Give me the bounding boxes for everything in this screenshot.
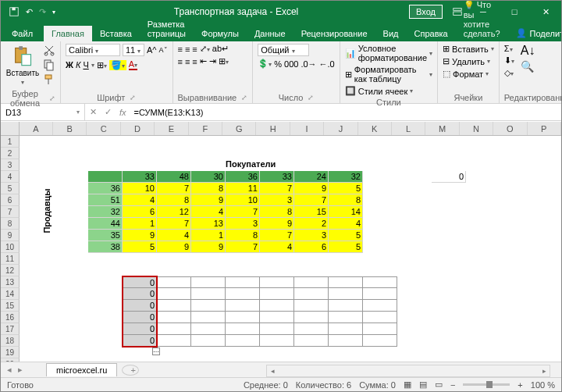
cell[interactable]: 5 [329, 183, 363, 194]
cell[interactable]: 24 [294, 171, 329, 183]
cell[interactable] [191, 323, 226, 335]
cell[interactable]: 32 [88, 206, 123, 218]
wrap-text-button[interactable]: ab↵ [212, 44, 229, 54]
cell-styles-button[interactable]: 🔲Стили ячеек▾ [345, 86, 432, 96]
zoom-out-button[interactable]: − [450, 380, 455, 390]
cell[interactable]: 4 [123, 194, 157, 206]
cell[interactable]: 7 [226, 206, 260, 218]
col-header[interactable]: K [358, 122, 392, 135]
cell[interactable]: 12 [157, 206, 191, 218]
view-layout-icon[interactable]: ▤ [419, 380, 427, 390]
row-header[interactable]: 9 [1, 230, 20, 241]
cell[interactable]: 4 [329, 218, 363, 230]
cell[interactable]: 7 [157, 183, 191, 194]
underline-button[interactable]: Ч [83, 60, 88, 69]
tab-insert[interactable]: Вставка [92, 26, 140, 41]
cell[interactable] [329, 276, 363, 288]
dialog-launcher-icon[interactable]: ⤢ [241, 94, 247, 102]
col-header[interactable]: C [87, 122, 120, 135]
cell[interactable]: 35 [88, 230, 123, 241]
formula-input[interactable]: =СУММ(E13:K13) [134, 108, 204, 117]
cell[interactable] [260, 323, 294, 335]
cell[interactable] [226, 276, 260, 288]
cell[interactable]: 6 [294, 241, 329, 253]
col-header[interactable]: B [53, 122, 87, 135]
cell[interactable]: 7 [157, 218, 191, 230]
cell[interactable]: 10 [226, 194, 260, 206]
tab-file[interactable]: Файл [1, 26, 44, 41]
cell[interactable]: 9 [157, 241, 191, 253]
col-header[interactable]: N [460, 122, 493, 135]
cell[interactable]: 2 [294, 218, 329, 230]
cell[interactable]: 48 [157, 171, 191, 183]
cell[interactable] [260, 300, 294, 312]
tell-me[interactable]: 💡 Что вы хотите сделать? [456, 0, 508, 41]
row-header[interactable]: 5 [1, 183, 20, 194]
font-size-selector[interactable]: 11 ▾ [123, 44, 144, 56]
row-header[interactable]: 6 [1, 194, 20, 206]
bold-button[interactable]: Ж [66, 60, 73, 69]
cell[interactable] [260, 276, 294, 288]
tab-data[interactable]: Данные [247, 26, 293, 41]
cell[interactable]: 5 [329, 230, 363, 241]
cell[interactable]: 9 [260, 218, 294, 230]
format-cells-button[interactable]: ⬚Формат▾ [443, 69, 494, 79]
cell[interactable]: 8 [329, 194, 363, 206]
cell[interactable]: 38 [88, 241, 123, 253]
select-all-corner[interactable] [1, 122, 20, 135]
cell[interactable] [363, 276, 397, 288]
row-header[interactable]: 11 [1, 253, 20, 265]
tab-formulas[interactable]: Формулы [194, 26, 247, 41]
row-header[interactable]: 12 [1, 265, 20, 276]
col-header[interactable]: H [256, 122, 290, 135]
redo-icon[interactable]: ↷ [39, 7, 46, 17]
sheet-tab[interactable]: microexcel.ru [46, 363, 117, 376]
col-header[interactable]: G [222, 122, 256, 135]
cell[interactable]: 7 [260, 183, 294, 194]
cell[interactable] [157, 323, 191, 335]
new-sheet-button[interactable]: + [122, 365, 139, 376]
cell[interactable] [294, 323, 329, 335]
cell[interactable] [329, 312, 363, 323]
cell[interactable]: 10 [123, 183, 157, 194]
cell[interactable]: 8 [191, 183, 226, 194]
decrease-indent-icon[interactable]: ⇤ [200, 56, 207, 66]
cell[interactable]: 7 [260, 230, 294, 241]
enter-formula-icon[interactable]: ✓ [105, 107, 112, 117]
zoom-slider[interactable] [463, 383, 510, 386]
cell[interactable]: 3 [260, 194, 294, 206]
cell[interactable]: 4 [191, 206, 226, 218]
row-header[interactable]: 8 [1, 218, 20, 230]
cell[interactable]: 8 [226, 230, 260, 241]
merge-button[interactable]: ⊞▾ [219, 56, 229, 66]
cut-icon[interactable] [43, 44, 55, 56]
cell[interactable] [191, 276, 226, 288]
align-middle-icon[interactable]: ≡ [185, 45, 190, 54]
row-header[interactable]: 19 [1, 347, 20, 358]
clear-icon[interactable]: ◇▾ [504, 68, 514, 78]
delete-cells-button[interactable]: ⊟Удалить▾ [443, 56, 494, 66]
comma-format-icon[interactable]: 000 [284, 59, 298, 69]
row-header[interactable]: 18 [1, 335, 20, 347]
col-header[interactable]: M [425, 122, 459, 135]
col-header[interactable]: P [528, 122, 561, 135]
view-pagebreak-icon[interactable]: ▭ [435, 380, 443, 390]
increase-font-icon[interactable]: A^ [147, 45, 157, 55]
undo-icon[interactable]: ↶ [26, 7, 33, 17]
cell[interactable]: 13 [191, 218, 226, 230]
number-format-selector[interactable]: Общий ▾ [258, 44, 309, 56]
col-header[interactable]: J [324, 122, 357, 135]
row-header[interactable]: 15 [1, 300, 20, 312]
cell[interactable] [294, 288, 329, 300]
cell[interactable]: 6 [123, 206, 157, 218]
cell[interactable]: 1 [123, 218, 157, 230]
col-header[interactable]: L [392, 122, 425, 135]
cell[interactable]: 9 [191, 194, 226, 206]
tab-layout[interactable]: Разметка страницы [140, 16, 194, 41]
cell[interactable]: 8 [260, 206, 294, 218]
cell[interactable]: 7 [294, 194, 329, 206]
cell[interactable]: 0 [123, 335, 157, 347]
cell[interactable] [363, 323, 397, 335]
autosum-icon[interactable]: Σ▾ [504, 44, 513, 53]
share-button[interactable]: 👤Поделиться [508, 25, 562, 41]
